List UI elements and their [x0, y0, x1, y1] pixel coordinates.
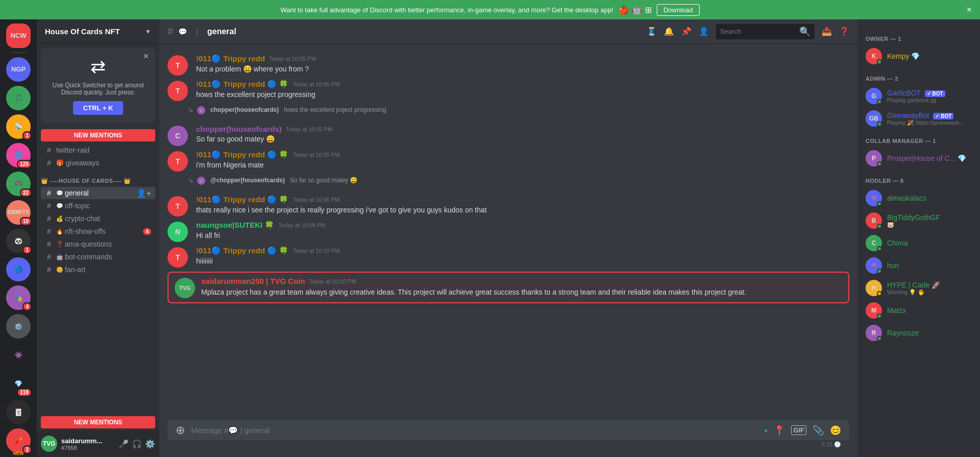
- member-name-kempy: Kempy 💎: [887, 52, 920, 60]
- member-name-chima: Chima: [887, 239, 907, 247]
- settings-gear-icon[interactable]: ⚙️: [145, 439, 155, 449]
- pin-icon[interactable]: 📌: [681, 27, 691, 36]
- search-input[interactable]: [720, 28, 796, 35]
- server-icon-s9[interactable]: 🔵: [6, 257, 31, 282]
- message-group: T !011🔵 Trippy redd Today at 10:05 PM No…: [159, 52, 857, 78]
- banner-platform-icons: 🍎 🤖 ⊞: [618, 5, 652, 15]
- message-author[interactable]: !011🔵 Trippy redd 🔵 🍀: [196, 150, 289, 159]
- server-icon-gbnftv[interactable]: GBNFTV 10: [6, 200, 31, 225]
- quick-switcher-tooltip: ✕ ⇄ Use Quick Switcher to get around Dis…: [41, 48, 155, 123]
- quick-switcher-text: Use Quick Switcher to get around Discord…: [49, 82, 147, 96]
- server-badge-gbnftv: 10: [20, 217, 32, 226]
- server-icon-panda[interactable]: 🐼 1: [6, 229, 31, 253]
- member-item-giveawaybot[interactable]: GB GiveawayBot ✓ BOT Playing 🎉 https://g…: [862, 107, 976, 130]
- member-item-hype-cade[interactable]: H HYPE | Cade 🚀 Working 💡 🖐: [862, 277, 976, 299]
- message-author[interactable]: !011🔵 Trippy redd 🔵 🍀: [196, 195, 289, 204]
- banner-text: Want to take full advantage of Discord w…: [280, 6, 613, 14]
- channel-name-bot-commands: bot-commands: [65, 253, 112, 261]
- channel-name-nft-show-offs: nft-show-offs: [65, 227, 106, 235]
- message-author[interactable]: naungsoe|SUTEKI 🍀: [196, 221, 274, 230]
- chevron-down-icon: ▼: [145, 28, 151, 35]
- server-badge-s13: 118: [17, 388, 32, 397]
- status-dot: [877, 314, 882, 319]
- member-item-kempy[interactable]: K Kempy 💎: [862, 45, 976, 67]
- add-member-icon[interactable]: 👤+: [136, 188, 151, 198]
- channel-category-house[interactable]: 👑 ----HOUSE OF CARDS---- 👑: [37, 170, 159, 186]
- channel-item-ama-questions[interactable]: # ❓ ama-questions: [41, 238, 155, 250]
- server-name-header[interactable]: House Of Cards NFT ▼: [37, 19, 159, 44]
- message-timestamp: Today at 10:05 PM: [293, 81, 340, 87]
- server-icon-s4[interactable]: 📡 1: [6, 114, 31, 139]
- server-icon-s6[interactable]: 🎮 22: [6, 172, 31, 196]
- channel-item-crypto-chat[interactable]: # 💰 crypto-chat: [41, 212, 155, 225]
- server-icon-s11[interactable]: ⚙️: [6, 314, 31, 339]
- channel-item-off-topic[interactable]: # 💬 off-topic: [41, 200, 155, 212]
- member-item-matzx[interactable]: M Matzx: [862, 299, 976, 322]
- member-item-bigtiddy[interactable]: B BigTiddyGothGF 🐷: [862, 209, 976, 232]
- message-group: N naungsoe|SUTEKI 🍀 Today at 10:08 PM Hi…: [159, 219, 857, 244]
- channel-name-ama-questions: ama-questions: [65, 240, 112, 248]
- member-item-raynosze[interactable]: R Raynosze: [862, 322, 976, 344]
- notification-bell-slash-icon[interactable]: 🔔: [664, 27, 674, 36]
- message-group: T !011🔵 Trippy redd 🔵 🍀 Today at 10:05 P…: [159, 148, 857, 174]
- message-timestamp: Today at 10:06 PM: [293, 197, 340, 203]
- server-icon-ncw[interactable]: NCW: [6, 23, 31, 48]
- member-item-almaskalacs[interactable]: 👾 almaskalacs: [862, 187, 976, 209]
- channel-item-general[interactable]: # 💬 general 👤+: [41, 187, 155, 199]
- sticker-icon[interactable]: 📎: [812, 425, 824, 436]
- gif-button[interactable]: GIF: [791, 425, 806, 435]
- quick-switcher-close-button[interactable]: ✕: [143, 52, 149, 60]
- emoji-picker-icon[interactable]: 😊: [830, 425, 841, 436]
- server-icon-s15[interactable]: 🧨 2 NEW: [6, 428, 31, 453]
- member-item-chima[interactable]: C Chima: [862, 232, 976, 254]
- member-item-garticbot[interactable]: G GarticBOT ✓ BOT Playing garticbot.gg: [862, 85, 976, 107]
- message-input-actions: ● 📍 GIF 📎 😊: [764, 425, 841, 436]
- message-author[interactable]: saidarumman250 | TVG Coin: [201, 277, 305, 285]
- message-author[interactable]: !011🔵 Trippy redd: [196, 54, 265, 63]
- server-icon-s10[interactable]: 🎭 4: [6, 285, 31, 310]
- channel-item-nft-show-offs[interactable]: # 🔥 nft-show-offs 4: [41, 225, 155, 237]
- banner-close-button[interactable]: ×: [966, 5, 972, 15]
- channel-item-bot-commands[interactable]: # 🤖 bot-commands: [41, 251, 155, 263]
- member-item-prosper[interactable]: P Prosper|House of C... 💎: [862, 147, 976, 170]
- message-group: C @chopper(houseofcards) So far so good …: [159, 174, 857, 219]
- download-button[interactable]: Download: [657, 4, 700, 16]
- avatar: C: [168, 126, 188, 146]
- add-attachment-button[interactable]: ⊕: [176, 424, 185, 437]
- avatar: T: [168, 81, 188, 101]
- channel-item-twitter-raid[interactable]: # twitter-raid: [41, 144, 155, 156]
- new-mentions-button-1[interactable]: NEW MENTIONS: [41, 129, 155, 141]
- threads-icon[interactable]: 🧵: [647, 27, 657, 36]
- server-icon-ngp[interactable]: NGP: [6, 57, 31, 82]
- message-timestamp: Today at 10:05 PM: [293, 152, 340, 158]
- message-input[interactable]: [191, 420, 758, 440]
- channel-item-fan-art[interactable]: # 😊 fan-art: [41, 263, 155, 276]
- member-list-icon[interactable]: 👤: [699, 27, 709, 36]
- server-icon-s12[interactable]: 👾: [6, 343, 31, 367]
- message-author[interactable]: !011🔵 Trippy redd 🔵 🍀: [196, 80, 289, 89]
- help-icon[interactable]: ❓: [839, 27, 849, 36]
- server-icon-s13[interactable]: 💎 118: [6, 371, 31, 396]
- status-dot: [877, 224, 882, 229]
- new-mentions-button-2[interactable]: NEW MENTIONS: [41, 416, 155, 428]
- search-box[interactable]: 🔍: [716, 24, 815, 39]
- server-icon-waves[interactable]: 🎵: [6, 86, 31, 110]
- channel-item-giveaways[interactable]: # 🎁 giveaways: [41, 157, 155, 169]
- inbox-icon[interactable]: 📥: [822, 27, 832, 36]
- channel-badge-nft: 4: [143, 228, 151, 235]
- channel-name-twitter-raid: twitter-raid: [56, 146, 89, 154]
- location-icon[interactable]: 📍: [774, 425, 785, 436]
- member-avatar: B: [866, 212, 882, 229]
- server-icon-s14[interactable]: 🃏: [6, 400, 31, 424]
- mute-microphone-icon[interactable]: 🎤: [118, 439, 129, 449]
- member-item-hun[interactable]: 👾 hun: [862, 254, 976, 277]
- message-timestamp: Today at 10:05 PM: [269, 56, 316, 62]
- message-author[interactable]: !011🔵 Trippy redd 🔵 🍀: [196, 246, 289, 255]
- chat-header: # 💬 | general 🧵 🔔 📌 👤 🔍 📥 ❓: [159, 19, 857, 44]
- quick-switcher-shortcut[interactable]: CTRL + K: [73, 101, 124, 115]
- server-badge-s6: 22: [20, 188, 32, 197]
- channel-name-fan-art: fan-art: [65, 266, 85, 274]
- deafen-headphone-icon[interactable]: 🎧: [132, 439, 142, 449]
- server-icon-s5[interactable]: 🌐 125: [6, 143, 31, 167]
- message-author[interactable]: chopper(houseofcards): [196, 125, 282, 133]
